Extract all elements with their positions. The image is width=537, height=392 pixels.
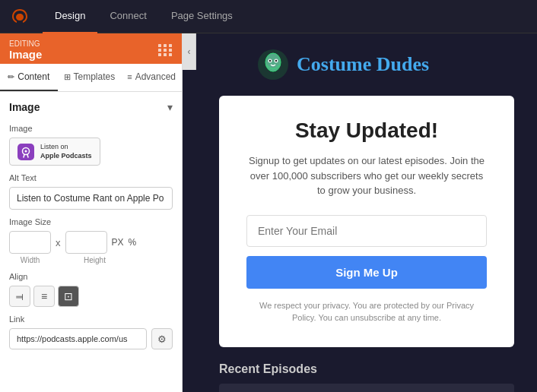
align-center-button[interactable]: ≡ xyxy=(33,286,55,307)
align-label: Align xyxy=(9,272,173,281)
advanced-icon: ≡ xyxy=(127,72,132,81)
svg-line-4 xyxy=(27,154,28,157)
panel-content: Image ▾ Image Listen onApple Podcasts Al… xyxy=(0,92,182,392)
content-icon: ✏ xyxy=(8,72,14,82)
nav-tab-page-settings[interactable]: Page Settings xyxy=(159,0,245,33)
size-labels: Width Height xyxy=(9,256,173,264)
card-title: Stay Updated! xyxy=(246,119,487,143)
tab-content[interactable]: ✏ Content xyxy=(0,64,58,91)
episode-card: Secret #1 How to get traffic JAN 1ST 202… xyxy=(219,384,514,393)
templates-icon: ⊞ xyxy=(64,72,71,82)
editing-bar: EDITING Image xyxy=(0,33,182,64)
size-separator: x xyxy=(56,237,61,248)
apple-podcasts-logo xyxy=(17,144,34,160)
image-size-label: Image Size xyxy=(9,217,173,226)
left-panel: EDITING Image ✏ Content ⊞ xyxy=(0,33,183,392)
link-settings-button[interactable]: ⚙ xyxy=(151,328,173,349)
recent-episodes-title: Recent Episodes xyxy=(219,362,514,376)
nav-tab-connect[interactable]: Connect xyxy=(97,0,158,33)
height-label: Height xyxy=(74,256,116,264)
panel-tabs-bar: ✏ Content ⊞ Templates ≡ Advanced xyxy=(0,64,182,92)
size-row: x PX % xyxy=(9,231,173,254)
px-unit-label: PX xyxy=(112,237,124,248)
align-right-button[interactable]: ⊡ xyxy=(58,286,79,307)
email-signup-card: Stay Updated! Signup to get updates on o… xyxy=(219,96,514,347)
card-description: Signup to get updates on our latest epis… xyxy=(246,153,487,198)
site-name: Costume Dudes xyxy=(297,53,429,76)
preview-panel: Costume Dudes Stay Updated! Signup to ge… xyxy=(196,33,537,392)
alt-text-label: Alt Text xyxy=(9,173,173,182)
width-input[interactable] xyxy=(9,231,51,254)
main-layout: EDITING Image ✏ Content ⊞ xyxy=(0,33,537,392)
chevron-down-icon[interactable]: ▾ xyxy=(167,101,173,113)
tab-advanced[interactable]: ≡ Advanced xyxy=(121,64,182,91)
privacy-text: We respect your privacy. You are protect… xyxy=(246,299,487,324)
signup-button[interactable]: Sign Me Up xyxy=(246,256,487,289)
email-field[interactable] xyxy=(246,215,487,247)
site-logo: Costume Dudes xyxy=(257,49,429,81)
width-label: Width xyxy=(9,256,51,264)
apple-podcasts-label: Listen onApple Podcasts xyxy=(40,143,92,160)
editing-title: Image xyxy=(9,48,42,61)
alt-text-input[interactable] xyxy=(9,187,173,210)
recent-episodes-section: Recent Episodes Secret #1 How to get tra… xyxy=(219,362,514,393)
link-input[interactable] xyxy=(9,328,147,349)
image-section-header: Image ▾ xyxy=(9,101,173,113)
link-label: Link xyxy=(9,315,173,324)
collapse-panel-button[interactable]: ‹ xyxy=(183,33,196,70)
image-picker-button[interactable]: Listen onApple Podcasts xyxy=(9,138,100,166)
site-logo-icon xyxy=(257,49,289,81)
svg-line-3 xyxy=(24,154,24,157)
align-left-button[interactable]: ⫤ xyxy=(9,286,30,307)
grid-icon xyxy=(158,44,173,56)
svg-point-2 xyxy=(25,150,27,152)
app-logo xyxy=(9,6,30,27)
preview-area: Costume Dudes Stay Updated! Signup to ge… xyxy=(196,33,537,392)
pct-label: % xyxy=(129,237,137,248)
svg-point-10 xyxy=(275,60,277,62)
link-row: ⚙ xyxy=(9,328,173,349)
image-field-label: Image xyxy=(9,124,173,133)
nav-tab-design[interactable]: Design xyxy=(43,0,97,33)
tab-templates[interactable]: ⊞ Templates xyxy=(58,64,122,91)
height-input[interactable] xyxy=(65,231,107,254)
section-title: Image xyxy=(9,101,40,113)
top-nav: Design Connect Page Settings xyxy=(0,0,537,33)
align-row: ⫤ ≡ ⊡ xyxy=(9,286,173,307)
svg-point-9 xyxy=(269,60,271,62)
editing-label: EDITING xyxy=(9,40,42,48)
